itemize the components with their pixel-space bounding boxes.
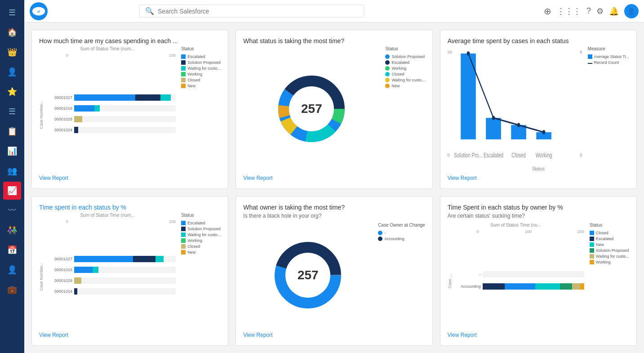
card1-bar-chart: Sum of Status Time (num... 0100 Case Num… xyxy=(39,46,176,171)
card-status-time: What status is taking the most time? xyxy=(235,30,432,189)
avatar[interactable]: 👤 xyxy=(624,4,639,18)
sidebar-chart-icon[interactable]: 📊 xyxy=(3,142,21,160)
card1-title: How much time are my cases spending in e… xyxy=(39,37,221,45)
svg-point-16 xyxy=(542,130,545,134)
card2-center-value: 257 xyxy=(301,102,322,116)
topnav: sf 🔍 ⊕ ⋮⋮⋮ ? ⚙ 🔔 👤 xyxy=(24,0,644,22)
bar-row-6-2: Accounting xyxy=(455,283,584,290)
sidebar-menu-icon[interactable]: ☰ xyxy=(3,4,21,22)
card2-donut: 257 xyxy=(275,73,347,145)
card3-legend: Measure Average Status Ti... Record Coun… xyxy=(586,46,629,161)
card6-chart-title: Sum of Status Time (nu... xyxy=(448,223,584,228)
sidebar-list-icon[interactable]: ☰ xyxy=(3,103,21,121)
svg-text:Solution Pro...: Solution Pro... xyxy=(454,152,482,159)
card2-title: What status is taking the most time? xyxy=(243,37,425,45)
card6-bar-chart: Sum of Status Time (nu... 0100200 Case .… xyxy=(448,223,584,328)
legend-working: Working xyxy=(181,72,221,76)
svg-text:Working: Working xyxy=(535,152,552,159)
bar-track-2 xyxy=(74,105,176,112)
bar-track-4 xyxy=(74,127,176,133)
card6-title: Time Spent in each status by owner by % xyxy=(448,204,629,211)
bar-row-4-3: 00001028 xyxy=(46,277,176,284)
card6-subtitle: Are certain status' sucking time? xyxy=(448,213,629,219)
legend-new: New xyxy=(181,84,221,88)
bar-track-3 xyxy=(74,116,176,122)
card4-bar-chart: Sum of Status Time (num... 0100 Case Num… xyxy=(39,213,176,328)
legend-solution: Solution Proposed xyxy=(181,60,221,65)
bar-row-4-1: 00001027 xyxy=(46,256,176,262)
sidebar-crown-icon[interactable]: 👑 xyxy=(3,43,21,61)
help-icon[interactable]: ? xyxy=(586,6,591,16)
settings-icon[interactable]: ⚙ xyxy=(596,6,604,16)
search-input[interactable] xyxy=(158,8,358,15)
card5-subtitle: Is there a black hole in your org? xyxy=(243,213,425,219)
card5-donut: 257 xyxy=(272,239,344,311)
card1-y-axis: Case Number... xyxy=(39,58,45,171)
sidebar-wave-icon[interactable]: 〰 xyxy=(3,201,21,219)
sidebar-calendar-icon[interactable]: 📅 xyxy=(3,241,21,259)
card3-chart-area: 20 0 xyxy=(448,46,629,171)
card5-chart-area: 257 Case Owner at Change - Accounting xyxy=(243,223,425,328)
card1-chart-area: Sum of Status Time (num... 0100 Case Num… xyxy=(39,46,221,171)
card6-legend: Status Closed Escalated New Solution Pro… xyxy=(588,223,629,328)
sidebar-report-icon[interactable]: 📈 xyxy=(3,182,21,200)
card4-chart-title: Sum of Status Time (num... xyxy=(39,213,176,218)
card4-title: Time spent in each status by % xyxy=(39,204,221,211)
card5-title: What owner is taking the most time? xyxy=(243,204,425,211)
main-content: sf 🔍 ⊕ ⋮⋮⋮ ? ⚙ 🔔 👤 How much time are my … xyxy=(24,0,644,353)
card1-chart-title: Sum of Status Time (num... xyxy=(39,46,176,51)
card4-chart-area: Sum of Status Time (num... 0100 Case Num… xyxy=(39,213,221,328)
card2-view-report[interactable]: View Report xyxy=(243,171,425,181)
sidebar: ☰ 🏠 👑 👤 ⭐ ☰ 📋 📊 👥 📈 〰 👫 📅 👤 💼 xyxy=(0,0,24,353)
card1-axis: 0100 xyxy=(39,53,176,58)
sidebar-person-icon[interactable]: 👤 xyxy=(3,63,21,81)
card1-legend: Status Escalated Solution Proposed Waiti… xyxy=(179,46,221,171)
search-bar[interactable]: 🔍 xyxy=(139,4,364,18)
add-icon[interactable]: ⊕ xyxy=(544,6,551,17)
card6-y-axis: Case ... xyxy=(448,235,454,328)
sidebar-star-icon[interactable]: ⭐ xyxy=(3,83,21,101)
card-case-time: How much time are my cases spending in e… xyxy=(31,30,228,189)
legend-escalated: Escalated xyxy=(181,54,221,59)
svg-text:sf: sf xyxy=(37,9,40,13)
bar-track-1 xyxy=(74,94,176,101)
search-icon: 🔍 xyxy=(145,7,154,15)
sidebar-user2-icon[interactable]: 👤 xyxy=(3,261,21,279)
card6-axis: 0100200 xyxy=(448,229,584,234)
card6-view-report[interactable]: View Report xyxy=(448,328,629,338)
sidebar-copy-icon[interactable]: 📋 xyxy=(3,122,21,140)
bar-row-2: 00001016 xyxy=(46,105,176,112)
svg-rect-10 xyxy=(486,118,501,139)
card2-chart-area: 257 Status Solution Proposed Escalated W… xyxy=(243,46,425,171)
topnav-actions: ⊕ ⋮⋮⋮ ? ⚙ 🔔 👤 xyxy=(544,4,639,18)
salesforce-logo: sf xyxy=(30,2,48,20)
bar-row-1: 00001027 xyxy=(46,94,176,101)
sidebar-briefcase-icon[interactable]: 💼 xyxy=(3,281,21,299)
card4-axis: 0100 xyxy=(39,219,176,224)
bar-row-4: 00001024 xyxy=(46,127,176,133)
bar-row-4-2: 00001016 xyxy=(46,267,176,273)
bar-row-3: 00001028 xyxy=(46,116,176,122)
card1-view-report[interactable]: View Report xyxy=(39,171,221,181)
card-time-pct: Time spent in each status by % Sum of St… xyxy=(31,196,228,346)
card5-legend: Case Owner at Change - Accounting xyxy=(376,223,425,328)
sidebar-team-icon[interactable]: 👥 xyxy=(3,162,21,180)
card4-y-axis: Case Number... xyxy=(39,225,45,328)
card4-view-report[interactable]: View Report xyxy=(39,328,221,338)
card3-view-report[interactable]: View Report xyxy=(448,171,629,181)
svg-point-15 xyxy=(517,123,520,127)
notification-icon[interactable]: 🔔 xyxy=(609,6,619,16)
card6-chart-area: Sum of Status Time (nu... 0100200 Case .… xyxy=(448,223,629,328)
svg-text:Escalated: Escalated xyxy=(484,152,503,159)
grid-icon[interactable]: ⋮⋮⋮ xyxy=(557,6,581,16)
card-owner-time: What owner is taking the most time? Is t… xyxy=(235,196,432,346)
card3-title: Average time spent by cases in each stat… xyxy=(448,37,629,45)
sidebar-home-icon[interactable]: 🏠 xyxy=(3,23,21,41)
card-avg-time: Average time spent by cases in each stat… xyxy=(440,30,637,189)
sidebar-users-icon[interactable]: 👫 xyxy=(3,221,21,239)
bar-row-6-1: - xyxy=(455,271,584,277)
legend-waiting: Waiting for custo... xyxy=(181,66,221,71)
svg-point-13 xyxy=(466,51,470,56)
card5-view-report[interactable]: View Report xyxy=(243,328,425,338)
bar-row-4-4: 00001024 xyxy=(46,288,176,295)
